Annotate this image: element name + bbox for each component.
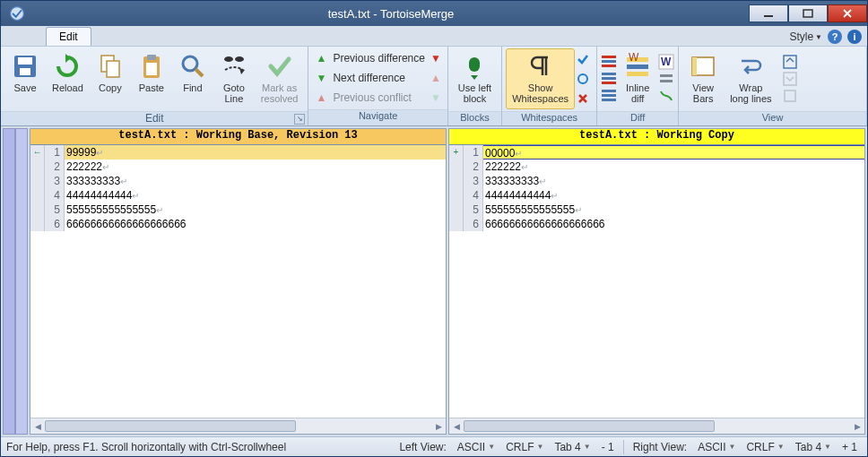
tab-edit[interactable]: Edit [46, 27, 91, 46]
ws-x[interactable] [575, 89, 591, 108]
prev-conflict-button[interactable]: ▲Previous conflict▼ [312, 88, 443, 108]
code-line[interactable]: 5555555555555555↵ [30, 203, 446, 217]
diff-area: testA.txt : Working Base, Revision 13 ←1… [1, 126, 867, 436]
status-right-eol[interactable]: CRLF▼ [742, 441, 788, 453]
svg-point-0 [11, 7, 24, 21]
mark-resolved-button[interactable]: Mark as resolved [255, 48, 305, 109]
help-icon[interactable]: ? [828, 30, 842, 44]
view-bars-button[interactable]: View Bars [682, 48, 724, 109]
code-line[interactable]: 444444444444↵ [449, 188, 864, 203]
view-opt-3-icon[interactable] [782, 88, 798, 104]
svg-point-11 [183, 56, 197, 71]
status-right-delta: + 1 [838, 441, 862, 453]
ws-check-1[interactable] [575, 49, 591, 69]
code-line[interactable]: 666666666666666666666 [30, 217, 446, 231]
status-left-encoding[interactable]: ASCII▼ [453, 441, 499, 453]
diff-lines-3-icon[interactable] [601, 88, 617, 104]
use-left-block-button[interactable]: Use left block [452, 48, 498, 109]
left-hscroll[interactable]: ◀▶ [30, 418, 446, 434]
status-left-eol[interactable]: CRLF▼ [501, 441, 548, 453]
copy-button[interactable]: Copy [90, 48, 131, 109]
code-line[interactable]: ←199999↵ [30, 145, 446, 160]
diff-w-icon[interactable]: W [658, 54, 674, 70]
minimize-button[interactable] [749, 4, 788, 22]
svg-rect-37 [784, 73, 796, 85]
status-right-view-label: Right View: [629, 441, 691, 453]
maximize-button[interactable] [788, 4, 828, 22]
svg-rect-1 [764, 15, 773, 17]
ribbon-group-edit: Save Reload Copy Paste Find Goto Line [1, 47, 308, 125]
left-pane-body[interactable]: ←199999↵2222222↵3333333333↵444444444444↵… [30, 145, 446, 418]
window-title: testA.txt - TortoiseMerge [33, 7, 749, 21]
code-line[interactable]: 3333333333↵ [30, 174, 446, 188]
info-icon[interactable]: i [847, 30, 862, 44]
svg-line-12 [195, 69, 203, 76]
right-hscroll[interactable]: ◀▶ [449, 418, 864, 434]
code-line[interactable]: 2222222↵ [30, 160, 446, 174]
svg-rect-33 [660, 80, 673, 82]
svg-rect-10 [146, 63, 157, 75]
ribbon-group-blocks: Use left block Blocks [448, 47, 502, 125]
inline-diff-button[interactable]: W Inline diff [617, 48, 658, 109]
find-button[interactable]: Find [172, 48, 213, 109]
svg-point-16 [578, 74, 587, 83]
diff-opt-3-icon[interactable] [658, 88, 674, 104]
wrap-lines-button[interactable]: Wrap long lines [724, 48, 777, 109]
right-pane-header: testA.txt : Working Copy [449, 129, 864, 145]
status-left-tab[interactable]: Tab 4▼ [550, 441, 595, 453]
left-pane: testA.txt : Working Base, Revision 13 ←1… [30, 128, 447, 435]
svg-rect-15 [469, 57, 480, 72]
arrow-up-red-icon: ▲ [430, 72, 441, 84]
code-line[interactable]: 2222222↵ [449, 160, 864, 174]
code-line[interactable]: 444444444444↵ [30, 188, 446, 203]
goto-line-button[interactable]: Goto Line [213, 48, 255, 109]
status-right-tab[interactable]: Tab 4▼ [791, 441, 836, 453]
close-button[interactable] [828, 4, 867, 22]
status-right-encoding[interactable]: ASCII▼ [693, 441, 740, 453]
svg-rect-19 [602, 65, 616, 67]
ribbon: Save Reload Copy Paste Find Goto Line [1, 46, 867, 126]
code-line[interactable]: 666666666666666666666 [449, 217, 864, 231]
svg-rect-2 [803, 10, 812, 17]
prev-diff-button[interactable]: ▲Previous difference▼ [312, 48, 443, 68]
edit-group-launcher[interactable]: ↘ [294, 114, 305, 125]
show-whitespaces-button[interactable]: Show Whitespaces [506, 48, 575, 109]
svg-rect-38 [785, 91, 795, 101]
svg-rect-23 [602, 90, 616, 92]
ribbon-group-view: View Bars Wrap long lines View [679, 47, 867, 125]
copy-icon [96, 52, 125, 81]
svg-rect-35 [692, 57, 697, 75]
paste-button[interactable]: Paste [131, 48, 172, 109]
title-bar: testA.txt - TortoiseMerge [1, 1, 867, 26]
svg-rect-17 [602, 56, 616, 58]
svg-point-13 [224, 56, 233, 62]
next-diff-button[interactable]: ▼Next difference▲ [312, 68, 443, 88]
window-controls [749, 5, 867, 22]
svg-rect-22 [602, 82, 616, 84]
locator-bar[interactable] [3, 128, 28, 435]
ribbon-group-navigate: ▲Previous difference▼ ▼Next difference▲ … [308, 47, 447, 125]
view-collapse-icon[interactable] [782, 54, 798, 70]
view-expand-icon[interactable] [782, 71, 798, 87]
code-line[interactable]: +100000↵ [449, 145, 864, 160]
svg-rect-28 [627, 65, 648, 69]
ws-circle[interactable] [575, 69, 591, 89]
view-bars-icon [689, 52, 717, 81]
svg-text:W: W [661, 56, 672, 68]
inline-diff-icon: W [623, 52, 652, 81]
diff-lines-1-icon[interactable] [601, 54, 617, 70]
style-menu[interactable]: Style ▼ [789, 30, 822, 43]
svg-rect-21 [602, 77, 616, 80]
app-icon [1, 1, 33, 26]
find-icon [178, 52, 207, 81]
diff-lines-2-icon[interactable] [601, 71, 617, 87]
pilcrow-icon [526, 52, 555, 81]
arrow-down-icon: ▼ [315, 72, 327, 84]
right-pane-body[interactable]: +100000↵2222222↵3333333333↵444444444444↵… [449, 145, 864, 418]
code-line[interactable]: 5555555555555555↵ [449, 203, 864, 217]
svg-rect-5 [20, 68, 30, 75]
save-button[interactable]: Save [4, 48, 46, 109]
diff-opt-2-icon[interactable] [658, 71, 674, 87]
reload-button[interactable]: Reload [46, 48, 90, 109]
code-line[interactable]: 3333333333↵ [449, 174, 864, 188]
